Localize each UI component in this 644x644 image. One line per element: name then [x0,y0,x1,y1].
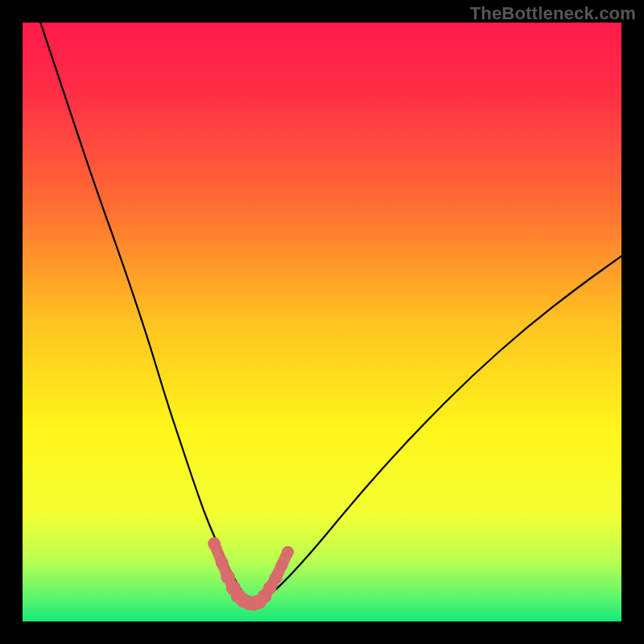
trough-dot [270,572,283,584]
trough-dot [276,559,288,572]
outer-frame: TheBottleneck.com [0,0,644,644]
trough-dot [282,546,294,558]
plot-area [23,23,621,621]
trough-dot [208,537,221,550]
gradient-background [23,23,621,621]
trough-dot [216,556,229,569]
chart-svg [23,23,621,621]
watermark-text: TheBottleneck.com [470,3,636,24]
